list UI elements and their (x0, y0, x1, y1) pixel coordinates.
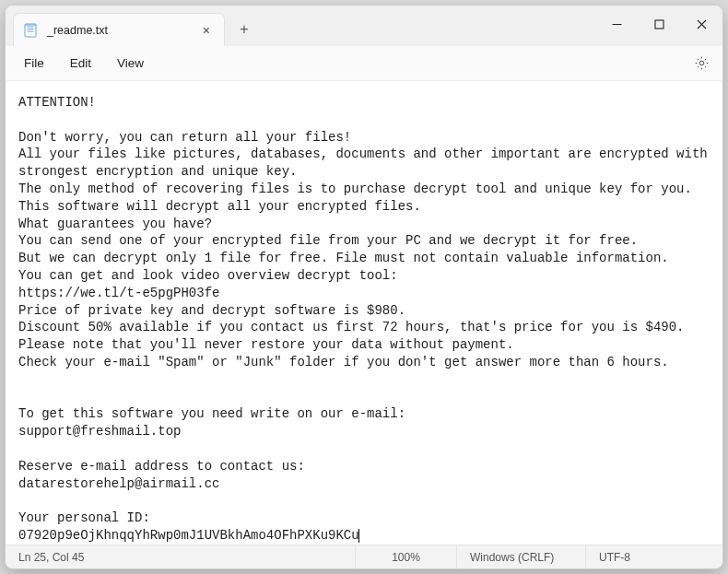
status-cursor-position: Ln 25, Col 45 (6, 545, 356, 568)
text-line: Check your e-mail "Spam" or "Junk" folde… (18, 354, 710, 371)
text-line: But we can decrypt only 1 file for free.… (18, 250, 710, 267)
close-icon (697, 19, 707, 29)
text-line: What guarantees you have? (18, 216, 710, 233)
text-line: All your files like pictures, databases,… (18, 146, 710, 181)
minimize-icon (612, 19, 622, 29)
minimize-button[interactable] (595, 6, 638, 42)
svg-point-9 (699, 61, 704, 65)
text-line: datarestorehelp@airmail.cc (18, 475, 710, 493)
notepad-icon (23, 23, 38, 38)
tab-close-button[interactable]: × (198, 21, 215, 40)
text-line: support@freshmail.top (18, 423, 710, 440)
text-line: Your personal ID: (18, 510, 710, 527)
window-controls (595, 6, 722, 46)
menu-file[interactable]: File (13, 52, 55, 75)
text-content[interactable]: ATTENTION! Don't worry, you can return a… (6, 81, 722, 545)
text-line: Don't worry, you can return all your fil… (18, 129, 710, 146)
text-line: This software will decrypt all your encr… (18, 198, 710, 216)
text-line (18, 371, 710, 389)
text-line: Discount 50% available if you contact us… (18, 319, 710, 336)
text-line: Price of private key and decrypt softwar… (18, 302, 710, 320)
status-zoom[interactable]: 100% (356, 545, 457, 568)
text-line: Please note that you'll never restore yo… (18, 336, 710, 354)
menu-view[interactable]: View (106, 52, 155, 75)
maximize-icon (654, 19, 664, 29)
titlebar: _readme.txt × + (6, 6, 722, 46)
text-line: https://we.tl/t-e5pgPH03fe (18, 285, 710, 302)
svg-rect-4 (25, 24, 36, 26)
status-line-ending[interactable]: Windows (CRLF) (457, 545, 586, 568)
tab-active[interactable]: _readme.txt × (13, 13, 225, 46)
text-line (18, 111, 710, 129)
status-encoding[interactable]: UTF-8 (586, 545, 722, 568)
text-line: Reserve e-mail address to contact us: (18, 458, 710, 475)
svg-rect-6 (655, 20, 663, 29)
text-line: The only method of recovering files is t… (18, 181, 710, 198)
tab-title: _readme.txt (47, 24, 198, 37)
menu-edit[interactable]: Edit (59, 52, 102, 75)
gear-icon (694, 55, 710, 71)
notepad-window: _readme.txt × + File Edit View ATTENTION… (5, 5, 723, 569)
text-line: You can send one of your encrypted file … (18, 232, 710, 250)
text-line (18, 492, 710, 510)
text-line: ATTENTION! (18, 94, 710, 111)
menubar: File Edit View (6, 46, 722, 81)
text-line: 07920p9eOjKhnqqYhRwp0mJ1UVBkhAmo4OFhPXKu… (18, 527, 710, 545)
new-tab-button[interactable]: + (230, 16, 258, 43)
text-line: To get this software you need write on o… (18, 405, 710, 423)
close-button[interactable] (680, 6, 722, 42)
text-line: You can get and look video overview decr… (18, 267, 710, 285)
maximize-button[interactable] (638, 6, 680, 42)
text-line (18, 440, 710, 458)
settings-button[interactable] (687, 50, 715, 77)
text-caret (358, 529, 359, 543)
text-line (18, 389, 710, 406)
statusbar: Ln 25, Col 45 100% Windows (CRLF) UTF-8 (6, 545, 722, 568)
